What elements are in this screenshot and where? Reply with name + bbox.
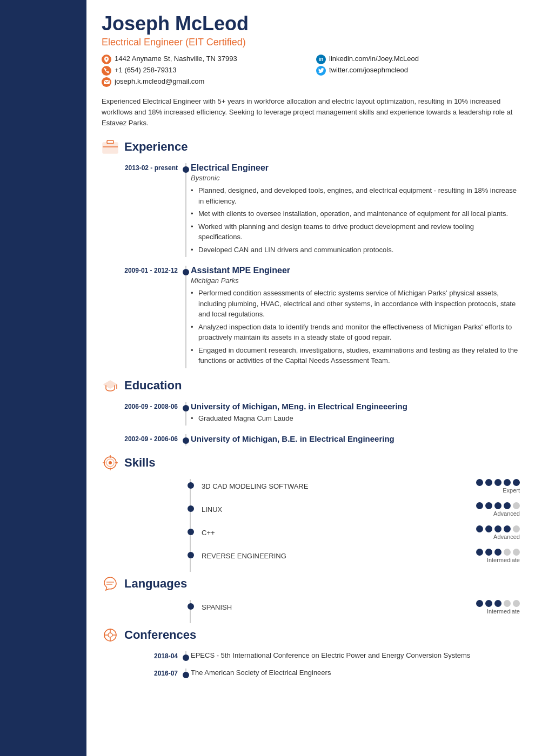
skill-level-1: Expert [503, 487, 520, 494]
skills-section: Skills 3D CAD MODELING SOFTWARE [102, 454, 520, 572]
phone-text: +1 (654) 258-79313 [115, 66, 177, 74]
contact-section: 1442 Anyname St, Nashville, TN 37993 +1 … [102, 55, 520, 89]
conferences-icon [102, 626, 119, 644]
skill-dots-1 [476, 479, 520, 486]
dot [513, 502, 520, 509]
phone-item: +1 (654) 258-79313 [102, 66, 305, 76]
languages-icon [102, 575, 119, 592]
language-name-1: SPANISH [202, 603, 476, 611]
conference-entry-2: 2016-07 The American Society of Electric… [102, 669, 520, 677]
skill-dots-3 [476, 525, 520, 532]
bullet-item: Graduated Magna Cum Laude [191, 413, 520, 424]
conference-date-2: 2016-07 [102, 669, 185, 677]
conferences-header: Conferences [102, 626, 520, 644]
languages-list-container: SPANISH Intermediate [102, 600, 520, 623]
language-dots-1 [476, 600, 520, 607]
bullet-item: Performed condition assessments of elect… [191, 288, 520, 320]
dot [485, 525, 492, 532]
skills-title: Skills [124, 456, 155, 470]
skill-item-2: LINUX Advanced [202, 502, 520, 517]
education-entry-2: 2002-09 - 2006-06 University of Michigan… [102, 434, 520, 446]
linkedin-item: in linkedin.com/in/Joey.McLeod [316, 55, 520, 64]
education-entry-1: 2006-09 - 2008-06 University of Michigan… [102, 402, 520, 426]
svg-point-17 [108, 633, 112, 637]
language-level-1: Intermediate [487, 608, 520, 615]
skill-item-4: REVERSE ENGINEERING Intermediate [202, 549, 520, 563]
experience-icon [102, 138, 119, 156]
experience-section: Experience 2013-02 - present Electrical … [102, 138, 520, 368]
experience-company-1: Bystronic [191, 174, 520, 182]
header-section: Joseph McLeod Electrical Engineer (EIT C… [102, 13, 520, 129]
twitter-icon [316, 66, 326, 76]
bullet-item: Engaged in document research, investigat… [191, 345, 520, 366]
skills-list: 3D CAD MODELING SOFTWARE Expert [190, 479, 520, 572]
experience-content-2: Assistant MPE Engineer Michigan Parks Pe… [185, 266, 520, 368]
dot [485, 502, 492, 509]
experience-job-title-2: Assistant MPE Engineer [191, 266, 520, 275]
dot [513, 525, 520, 532]
skill-level-2: Advanced [493, 510, 520, 517]
experience-content-1: Electrical Engineer Bystronic Planned, d… [185, 163, 520, 257]
education-date-2: 2002-09 - 2006-06 [102, 434, 185, 446]
bullet-item: Worked with planning and design teams to… [191, 221, 520, 242]
experience-date-1: 2013-02 - present [102, 163, 185, 257]
dot [485, 600, 492, 607]
dot [504, 549, 511, 556]
skill-name-4: REVERSE ENGINEERING [202, 552, 476, 560]
skills-header: Skills [102, 454, 520, 471]
conference-date-1: 2018-04 [102, 651, 185, 660]
experience-title: Experience [124, 140, 188, 154]
linkedin-text: linkedin.com/in/Joey.McLeod [329, 55, 419, 63]
dot [513, 549, 520, 556]
skills-list-container: 3D CAD MODELING SOFTWARE Expert [102, 479, 520, 572]
dot [476, 549, 483, 556]
dot [494, 549, 501, 556]
languages-list: SPANISH Intermediate [190, 600, 520, 623]
email-item: joseph.k.mcleod@gmail.com [102, 77, 305, 87]
conference-text-2: The American Society of Electrical Engin… [191, 669, 520, 677]
education-content-1: University of Michigan, MEng. in Electri… [185, 402, 520, 426]
experience-bullets-2: Performed condition assessments of elect… [191, 288, 520, 366]
conference-text-1: EPECS - 5th International Conference on … [191, 651, 520, 659]
conference-content-1: EPECS - 5th International Conference on … [185, 651, 520, 660]
skill-rating-2: Advanced [476, 502, 520, 517]
experience-entry-1: 2013-02 - present Electrical Engineer By… [102, 163, 520, 257]
dot [476, 479, 483, 486]
svg-point-1 [106, 58, 108, 59]
dot [485, 479, 492, 486]
dot [485, 549, 492, 556]
education-section: Education 2006-09 - 2008-06 University o… [102, 377, 520, 446]
resume-page: Joseph McLeod Electrical Engineer (EIT C… [0, 0, 535, 756]
skill-item-3: C++ Advanced [202, 525, 520, 540]
summary-text: Experienced Electrical Engineer with 5+ … [102, 96, 520, 129]
skills-date-spacer [102, 479, 190, 572]
dot [504, 600, 511, 607]
dot [494, 525, 501, 532]
bullet-item: Analyzed inspection data to identify tre… [191, 322, 520, 343]
education-date-1: 2006-09 - 2008-06 [102, 402, 185, 426]
email-icon [102, 77, 111, 87]
language-rating-1: Intermediate [476, 600, 520, 615]
sidebar [0, 0, 86, 756]
education-icon [102, 377, 119, 394]
languages-header: Languages [102, 575, 520, 592]
dot [476, 525, 483, 532]
twitter-text: twitter.com/josephmcleod [329, 66, 408, 74]
education-degree-1: University of Michigan, MEng. in Electri… [191, 402, 520, 411]
candidate-title: Electrical Engineer (EIT Certified) [102, 37, 520, 48]
dot [494, 600, 501, 607]
experience-date-2: 2009-01 - 2012-12 [102, 266, 185, 368]
conferences-title: Conferences [124, 628, 196, 642]
education-degree-2: University of Michigan, B.E. in Electric… [191, 434, 520, 443]
bullet-item: Planned, designed, and developed tools, … [191, 185, 520, 206]
bullet-item: Met with clients to oversee installation… [191, 208, 520, 219]
skill-name-2: LINUX [202, 505, 476, 514]
dot [504, 502, 511, 509]
bullet-item: Developed CAN and LIN drivers and commun… [191, 245, 520, 255]
dot [513, 479, 520, 486]
languages-title: Languages [124, 577, 187, 591]
skill-rating-4: Intermediate [476, 549, 520, 563]
skill-level-3: Advanced [493, 534, 520, 540]
address-text: 1442 Anyname St, Nashville, TN 37993 [115, 55, 237, 63]
education-title: Education [124, 379, 182, 393]
